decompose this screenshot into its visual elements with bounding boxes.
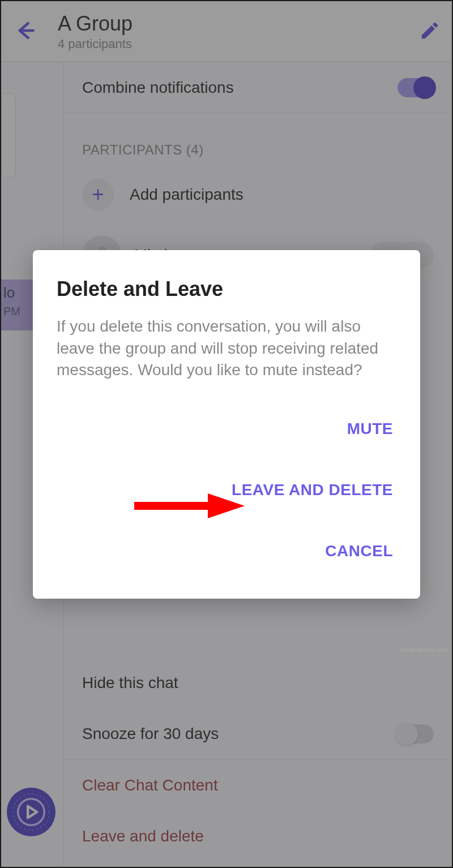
leave-delete-label: Leave and delete [82, 827, 434, 845]
dialog-title: Delete and Leave [57, 277, 396, 301]
app-header: A Group 4 participants [1, 1, 452, 62]
clear-chat-row[interactable]: Clear Chat Content [64, 760, 452, 811]
leave-and-delete-button[interactable]: LEAVE AND DELETE [57, 459, 396, 521]
play-fab-icon[interactable] [7, 788, 55, 836]
sliver-card [1, 93, 16, 178]
hide-chat-row[interactable]: Hide this chat [64, 658, 452, 708]
delete-leave-dialog: Delete and Leave If you delete this conv… [33, 250, 420, 599]
sliver-line2: PM [3, 305, 20, 317]
hide-chat-label: Hide this chat [82, 674, 434, 692]
participants-header-row: PARTICIPANTS (4) [64, 113, 452, 164]
group-subtitle: 4 participants [58, 37, 412, 51]
add-participants-label: Add participants [130, 186, 243, 204]
clear-chat-label: Clear Chat Content [82, 776, 434, 794]
mute-button[interactable]: MUTE [57, 398, 396, 459]
leave-delete-row[interactable]: Leave and delete [64, 811, 452, 862]
group-title: A Group [58, 12, 412, 36]
dialog-actions: MUTE LEAVE AND DELETE CANCEL [57, 398, 396, 582]
svg-point-2 [18, 799, 45, 826]
combine-notifications-row[interactable]: Combine notifications [64, 62, 452, 113]
header-title-block: A Group 4 participants [41, 12, 412, 51]
add-participants-row[interactable]: + Add participants [64, 164, 452, 225]
snooze-label: Snooze for 30 days [82, 725, 398, 743]
snooze-toggle[interactable] [398, 724, 434, 744]
combine-notifications-toggle[interactable] [398, 78, 434, 97]
combine-notifications-label: Combine notifications [82, 79, 398, 97]
edit-icon[interactable] [412, 20, 441, 44]
plus-icon: + [82, 179, 114, 210]
back-arrow-icon[interactable] [12, 18, 41, 45]
svg-marker-3 [28, 806, 37, 818]
snooze-row[interactable]: Snooze for 30 days [64, 708, 452, 759]
dialog-body: If you delete this conversation, you wil… [57, 316, 396, 381]
cancel-button[interactable]: CANCEL [57, 521, 396, 582]
participants-section-title: PARTICIPANTS (4) [82, 142, 204, 158]
watermark: www.devaq.com [401, 646, 448, 653]
